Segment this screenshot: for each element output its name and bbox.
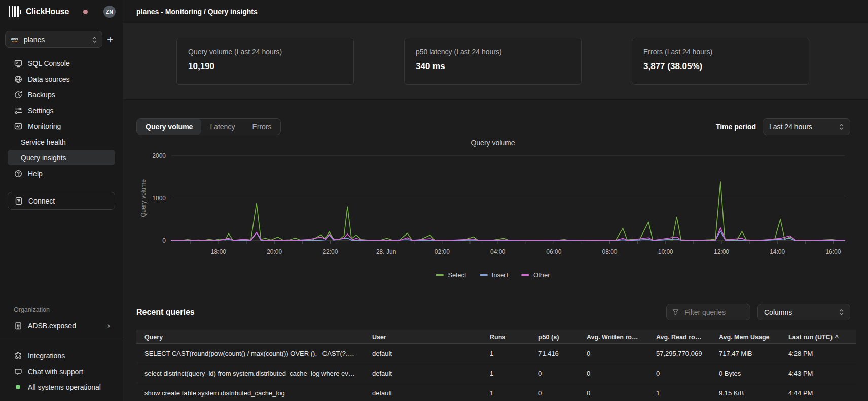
tab-latency[interactable]: Latency xyxy=(201,119,243,135)
cell-p50-s: 0 xyxy=(530,389,578,397)
stat-label: Errors (Last 24 hours) xyxy=(643,48,798,56)
legend-item-select[interactable]: Select xyxy=(436,271,466,279)
column-header-runs[interactable]: Runs xyxy=(482,333,530,341)
table-row[interactable]: select distrinct(query_id) from system.d… xyxy=(136,363,856,383)
organization-section-label: Organization xyxy=(0,306,123,313)
cell-avg-read-rows: 1 xyxy=(648,389,711,397)
service-selector-row: aws planes + xyxy=(0,31,123,48)
cell-runs: 1 xyxy=(482,370,530,377)
column-header-avg-mem-usage[interactable]: Avg. Mem Usage xyxy=(711,333,780,341)
organization-row[interactable]: ADSB.exposed › xyxy=(8,318,115,333)
sidebar-item-query-insights[interactable]: Query insights xyxy=(8,150,115,165)
monitoring-icon xyxy=(14,122,22,130)
stat-value: 340 ms xyxy=(416,61,570,72)
column-header-avg-written-rows[interactable]: Avg. Written rows xyxy=(578,333,648,341)
sidebar-item-settings-label: Settings xyxy=(28,107,54,115)
filter-queries-input[interactable] xyxy=(683,308,744,317)
sidebar-item-monitoring[interactable]: Monitoring xyxy=(8,118,115,134)
cell-p50-s: 71.416 xyxy=(530,350,578,357)
svg-text:aws: aws xyxy=(11,36,18,41)
sidebar-nav: SQL ConsoleData sourcesBackupsSettingsMo… xyxy=(0,55,123,181)
selected-service: planes xyxy=(24,36,45,44)
chart-legend: SelectInsertOther xyxy=(136,271,849,279)
table-row[interactable]: show create table system.distributed_cac… xyxy=(136,383,856,401)
chart-controls-row: Query volumeLatencyErrors Time period La… xyxy=(136,118,850,135)
filter-queries-box xyxy=(666,304,750,320)
connect-label: Connect xyxy=(28,197,55,205)
recent-queries-header: Recent queries Columns xyxy=(136,304,850,320)
data-sources-icon xyxy=(14,75,22,83)
svg-text:08:00: 08:00 xyxy=(602,248,618,255)
sidebar: ClickHouse ZN aws planes + SQL ConsoleDa… xyxy=(0,0,123,401)
column-header-avg-read-rows[interactable]: Avg. Read rows xyxy=(648,333,711,341)
table-row[interactable]: SELECT CAST(round(pow(count() / max(coun… xyxy=(136,344,856,363)
service-selector[interactable]: aws planes xyxy=(5,31,102,48)
svg-text:22:00: 22:00 xyxy=(322,248,338,255)
tab-errors[interactable]: Errors xyxy=(243,119,280,135)
help-icon xyxy=(14,169,22,178)
sidebar-item-backups[interactable]: Backups xyxy=(8,87,115,103)
sidebar-item-service-health[interactable]: Service health xyxy=(8,134,115,150)
connect-button[interactable]: Connect xyxy=(8,192,115,210)
cell-last-run-utc: 4:44 PM xyxy=(780,389,856,397)
sidebar-item-query-insights-label: Query insights xyxy=(21,154,66,162)
cell-user: default xyxy=(364,370,482,377)
columns-select-label: Columns xyxy=(764,308,792,316)
stats-band: Query volume (Last 24 hours)10,190p50 la… xyxy=(123,23,868,100)
column-header-p50-s[interactable]: p50 (s) xyxy=(530,333,578,341)
stat-card-errors: Errors (Last 24 hours)3,877 (38.05%) xyxy=(632,38,809,85)
recent-queries-title: Recent queries xyxy=(136,308,195,317)
svg-text:02:00: 02:00 xyxy=(435,248,450,255)
chevron-up-down-icon xyxy=(92,36,97,43)
legend-item-insert[interactable]: Insert xyxy=(480,271,509,279)
stat-value: 3,877 (38.05%) xyxy=(643,61,798,72)
sidebar-footer-all-systems-operational-label: All systems operational xyxy=(28,383,101,391)
sidebar-footer-chat-with-support[interactable]: Chat with support xyxy=(8,363,115,379)
stat-label: Query volume (Last 24 hours) xyxy=(188,48,342,56)
cell-avg-mem-usage: 717.47 MiB xyxy=(711,350,780,357)
aws-icon: aws xyxy=(11,35,19,44)
legend-label-insert: Insert xyxy=(492,271,509,279)
stat-label: p50 latency (Last 24 hours) xyxy=(416,48,570,56)
sidebar-item-data-sources[interactable]: Data sources xyxy=(8,71,115,87)
svg-text:Query volume: Query volume xyxy=(140,179,147,217)
sidebar-item-help[interactable]: Help xyxy=(8,165,115,181)
integrations-icon xyxy=(14,351,22,360)
cell-avg-read-rows: 57,295,770,069 xyxy=(648,350,711,357)
organization-name: ADSB.exposed xyxy=(28,322,76,330)
columns-select[interactable]: Columns xyxy=(757,304,850,320)
time-period-select[interactable]: Last 24 hours xyxy=(763,118,850,135)
sidebar-footer-all-systems-operational[interactable]: All systems operational xyxy=(8,379,115,395)
sidebar-item-sql-console[interactable]: SQL Console xyxy=(8,55,115,71)
table-header-row-cells: QueryUserRunsp50 (s)Avg. Written rowsAvg… xyxy=(136,330,856,344)
svg-text:2000: 2000 xyxy=(152,152,166,159)
brand-name: ClickHouse xyxy=(26,7,69,16)
recent-queries-table: QueryUserRunsp50 (s)Avg. Written rowsAvg… xyxy=(136,330,856,401)
backups-icon xyxy=(14,90,22,99)
column-header-user[interactable]: User xyxy=(364,333,482,341)
legend-item-other[interactable]: Other xyxy=(521,271,550,279)
chat-icon xyxy=(14,367,22,376)
add-service-button[interactable]: + xyxy=(102,32,118,47)
column-header-query[interactable]: Query xyxy=(136,333,364,341)
sidebar-item-backups-label: Backups xyxy=(28,91,55,99)
chevron-right-icon: › xyxy=(107,322,110,330)
tab-query-volume[interactable]: Query volume xyxy=(137,119,201,135)
topbar: planes - Monitoring / Query insights xyxy=(123,0,868,23)
cell-user: default xyxy=(364,350,482,357)
sidebar-footer-integrations-label: Integrations xyxy=(28,352,65,360)
sort-ascending-icon: ^ xyxy=(835,333,839,341)
sidebar-item-service-health-label: Service health xyxy=(21,138,66,146)
svg-text:04:00: 04:00 xyxy=(490,248,505,255)
cell-runs: 1 xyxy=(482,350,530,357)
column-header-last-run-utc[interactable]: Last run (UTC)^ xyxy=(780,333,856,341)
svg-text:28. Jun: 28. Jun xyxy=(376,248,396,255)
cell-last-run-utc: 4:43 PM xyxy=(780,370,856,377)
legend-swatch-select xyxy=(436,274,444,276)
user-avatar[interactable]: ZN xyxy=(103,6,116,18)
sidebar-footer-integrations[interactable]: Integrations xyxy=(8,348,115,363)
legend-swatch-insert xyxy=(480,274,488,276)
chevron-up-down-icon xyxy=(839,123,844,130)
cell-last-run-utc: 4:28 PM xyxy=(780,350,856,357)
sidebar-item-settings[interactable]: Settings xyxy=(8,103,115,118)
